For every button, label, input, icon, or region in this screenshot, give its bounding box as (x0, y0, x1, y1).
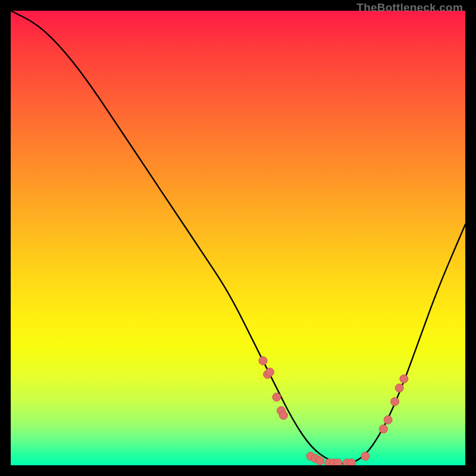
plot-area (11, 11, 465, 465)
marker-point (259, 356, 267, 365)
marker-point (391, 397, 399, 406)
marker-point (266, 368, 274, 376)
marker-point (347, 459, 356, 465)
marker-point (384, 416, 392, 424)
marker-point (273, 393, 281, 401)
curve-markers (259, 356, 408, 465)
marker-point (316, 456, 324, 465)
watermark-text: TheBottleneck.com (356, 1, 463, 14)
marker-point (380, 425, 388, 433)
chart-container: TheBottleneck.com (0, 0, 476, 476)
marker-point (400, 375, 408, 383)
curve-svg (11, 11, 465, 465)
marker-point (361, 452, 369, 461)
marker-point (334, 459, 342, 465)
marker-point (395, 384, 403, 392)
marker-point (279, 411, 287, 419)
bottleneck-curve (11, 11, 465, 464)
